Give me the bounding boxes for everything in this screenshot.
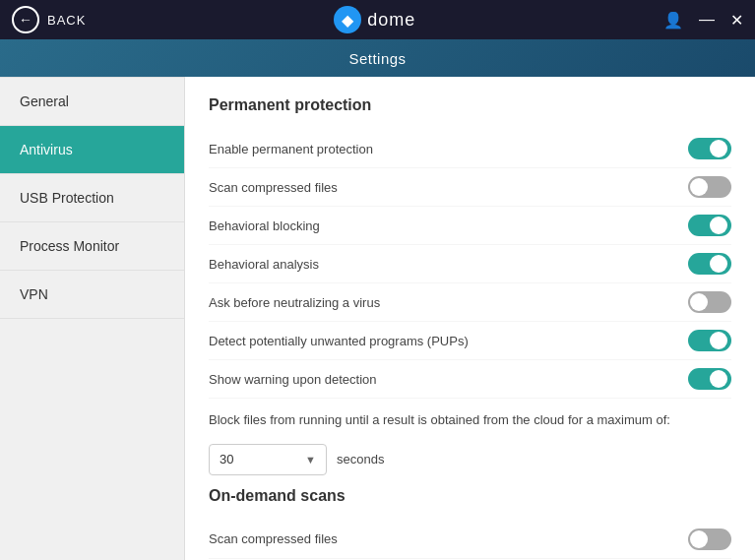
setting-row-detect-pups: Detect potentially unwanted programs (PU…: [209, 322, 731, 360]
scan-compressed-permanent-label: Scan compressed files: [209, 180, 338, 195]
setting-row-behavioral-blocking: Behavioral blocking: [209, 207, 731, 245]
sidebar-item-general[interactable]: General: [0, 77, 184, 126]
dropdown-row: 30 ▼ seconds: [209, 438, 731, 487]
behavioral-blocking-toggle[interactable]: [688, 215, 731, 236]
detect-pups-toggle[interactable]: [688, 330, 731, 351]
scan-compressed-demand-toggle[interactable]: [688, 529, 731, 550]
setting-row-enable-permanent: Enable permanent protection: [209, 130, 731, 168]
ask-neutralize-label: Ask before neutralizing a virus: [209, 295, 380, 310]
close-button[interactable]: ✕: [730, 11, 743, 30]
permanent-protection-title: Permanent protection: [209, 96, 731, 114]
on-demand-title: On-demand scans: [209, 487, 731, 505]
enable-permanent-label: Enable permanent protection: [209, 142, 373, 156]
enable-permanent-toggle[interactable]: [688, 138, 731, 159]
back-circle-button[interactable]: ←: [12, 6, 39, 33]
show-warning-label: Show warning upon detection: [209, 372, 377, 387]
detect-pups-label: Detect potentially unwanted programs (PU…: [209, 334, 469, 348]
sidebar-item-antivirus[interactable]: Antivirus: [0, 126, 184, 174]
dropdown-unit: seconds: [337, 452, 384, 467]
titlebar-right: 👤 — ✕: [663, 11, 743, 30]
settings-title: Settings: [348, 50, 406, 67]
sidebar-item-process-monitor[interactable]: Process Monitor: [0, 222, 184, 271]
titlebar: ← BACK ◆ dome 👤 — ✕: [0, 0, 755, 39]
logo: ◆ dome: [334, 6, 415, 33]
dropdown-arrow-icon: ▼: [305, 454, 316, 466]
back-button[interactable]: BACK: [47, 13, 86, 28]
setting-row-show-warning: Show warning upon detection: [209, 360, 731, 399]
titlebar-left: ← BACK: [12, 6, 86, 33]
sidebar-item-usb-protection[interactable]: USB Protection: [0, 174, 184, 222]
setting-row-scan-compressed-demand: Scan compressed files: [209, 521, 731, 559]
behavioral-analysis-toggle[interactable]: [688, 253, 731, 275]
content-area: Permanent protection Enable permanent pr…: [185, 77, 755, 560]
behavioral-blocking-label: Behavioral blocking: [209, 218, 320, 233]
logo-text: dome: [367, 10, 415, 31]
cloud-block-text: Block files from running until a result …: [209, 399, 731, 438]
show-warning-toggle[interactable]: [688, 368, 731, 390]
scan-compressed-demand-label: Scan compressed files: [209, 531, 338, 546]
behavioral-analysis-label: Behavioral analysis: [209, 257, 319, 272]
user-icon[interactable]: 👤: [663, 11, 683, 30]
logo-icon: ◆: [334, 6, 361, 33]
setting-row-ask-neutralize: Ask before neutralizing a virus: [209, 283, 731, 322]
settings-header: Settings: [0, 39, 755, 77]
sidebar-item-vpn[interactable]: VPN: [0, 271, 184, 319]
dropdown-value: 30: [220, 452, 233, 467]
sidebar: General Antivirus USB Protection Process…: [0, 77, 185, 560]
minimize-button[interactable]: —: [699, 11, 715, 29]
main-layout: General Antivirus USB Protection Process…: [0, 77, 755, 560]
setting-row-scan-compressed-permanent: Scan compressed files: [209, 168, 731, 207]
seconds-dropdown[interactable]: 30 ▼: [209, 444, 327, 475]
scan-compressed-permanent-toggle[interactable]: [688, 176, 731, 198]
ask-neutralize-toggle[interactable]: [688, 291, 731, 313]
setting-row-behavioral-analysis: Behavioral analysis: [209, 245, 731, 283]
